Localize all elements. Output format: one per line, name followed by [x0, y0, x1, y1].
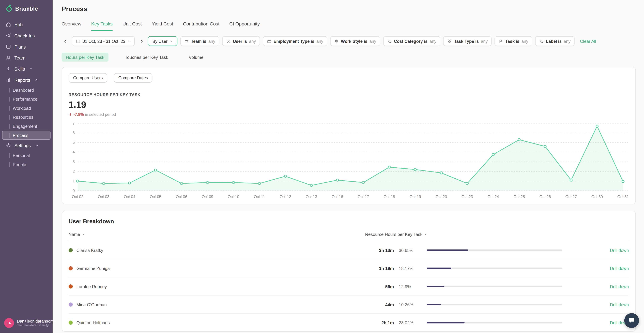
sidebar-item-label: Hub — [14, 22, 22, 27]
sidebar-subitem-workload[interactable]: Workload — [2, 104, 50, 113]
svg-text:5: 5 — [72, 140, 75, 145]
table-row-clarisa-kratky: Clarisa Kratky2h 13m30.65%Drill down — [68, 241, 629, 259]
sidebar-subitem-resources[interactable]: Resources — [2, 113, 50, 122]
metric-subtabs: Hours per Key TaskTouches per Key TaskVo… — [62, 53, 636, 62]
sidebar-item-settings[interactable]: Settings — [0, 140, 52, 151]
filter-chip-employment-type-is[interactable]: Employment Type isany — [263, 36, 328, 46]
svg-text:Oct 17: Oct 17 — [358, 195, 369, 199]
svg-text:Oct 19: Oct 19 — [410, 195, 421, 199]
filter-chip-user-is[interactable]: User isany — [222, 36, 260, 46]
drill-down-link[interactable]: Drill down — [567, 266, 629, 271]
tree-guide — [10, 162, 10, 167]
svg-text:Oct 23: Oct 23 — [462, 195, 473, 199]
svg-text:0: 0 — [72, 188, 75, 193]
svg-text:Oct 13: Oct 13 — [306, 195, 317, 199]
sidebar-item-skills[interactable]: Skills — [0, 63, 52, 74]
people-icon — [184, 39, 189, 43]
sidebar-item-label: Check-Ins — [14, 33, 35, 38]
tree-guide — [10, 106, 10, 110]
svg-text:Oct 20: Oct 20 — [436, 195, 447, 199]
resource-hours-value: 44m — [365, 302, 394, 307]
filter-chip-team-is[interactable]: Team isany — [180, 36, 220, 46]
user-name: Clarisa Kratky — [76, 248, 103, 253]
resource-hours-value: 1h 19m — [365, 266, 394, 271]
table-row-germaine-zuniga: Germaine Zuniga1h 19m18.17%Drill down — [68, 259, 629, 277]
tab-overview[interactable]: Overview — [62, 22, 82, 31]
sidebar-subitem-process[interactable]: Process — [2, 131, 50, 140]
chart-card: Compare Users Compare Dates RESOURCE HOU… — [62, 67, 636, 204]
chevron-down-icon — [170, 40, 173, 43]
delta-suffix: in selected period — [85, 112, 116, 117]
tab-contribution-cost[interactable]: Contribution Cost — [183, 22, 220, 31]
compare-users-button[interactable]: Compare Users — [68, 73, 107, 83]
subtab-hours-per-key-task[interactable]: Hours per Key Task — [62, 53, 108, 62]
svg-text:1: 1 — [72, 179, 75, 183]
table-row-mina-o-gorman: Mina O'Gorman44m10.26%Drill down — [68, 295, 629, 313]
sidebar-item-check-ins[interactable]: Check-Ins — [0, 30, 52, 41]
drill-down-link[interactable]: Drill down — [567, 302, 629, 307]
drill-down-link[interactable]: Drill down — [567, 248, 629, 253]
tab-unit-cost[interactable]: Unit Cost — [122, 22, 142, 31]
tree-guide — [10, 97, 10, 101]
sidebar-item-team[interactable]: Team — [0, 52, 52, 63]
sidebar-subitem-dashboard[interactable]: Dashboard — [2, 86, 50, 95]
filter-chip-task-type-is[interactable]: Task Type isany — [443, 36, 492, 46]
sidebar: Bramble HubCheck-InsPlansTeamSkillsRepor… — [0, 0, 52, 333]
svg-text:7: 7 — [72, 121, 75, 125]
sidebar-subitem-engagement[interactable]: Engagement — [2, 122, 50, 131]
metric-delta: -7.8% in selected period — [68, 112, 629, 117]
sidebar-subitem-personal[interactable]: Personal — [2, 151, 50, 160]
sidebar-subitem-people[interactable]: People — [2, 160, 50, 169]
sort-by-name[interactable]: Name — [68, 232, 360, 237]
user-profile[interactable]: LR Dan+leonidaransome dan+leonidaransome… — [0, 314, 52, 333]
filter-chip-work-style-is[interactable]: Work Style isany — [330, 36, 380, 46]
subtab-volume[interactable]: Volume — [185, 53, 208, 62]
user-name: Dan+leonidaransome — [17, 319, 48, 323]
user-name: Germaine Zuniga — [76, 266, 110, 271]
filter-chip-label-is[interactable]: Label isany — [535, 36, 574, 46]
percent-bar — [427, 303, 562, 305]
sidebar-item-plans[interactable]: Plans — [0, 41, 52, 52]
svg-text:Oct 27: Oct 27 — [565, 195, 577, 199]
resource-hours-value: 56m — [365, 284, 394, 289]
metric-title: RESOURCE HOURS PER KEY TASK — [68, 92, 629, 97]
compare-dates-button[interactable]: Compare Dates — [114, 73, 152, 83]
tab-yield-cost[interactable]: Yield Cost — [152, 22, 173, 31]
sidebar-item-reports[interactable]: Reports — [0, 74, 52, 86]
logo[interactable]: Bramble — [0, 0, 52, 17]
svg-text:Oct 25: Oct 25 — [514, 195, 525, 199]
pin-icon — [334, 39, 339, 43]
sidebar-item-hub[interactable]: Hub — [0, 19, 52, 30]
date-range-picker[interactable]: 01 Oct, 23 - 31 Oct, 23 — [72, 36, 135, 46]
clear-all-link[interactable]: Clear All — [580, 39, 596, 44]
chevron-left-icon — [63, 39, 68, 43]
subtab-touches-per-key-task[interactable]: Touches per Key Task — [121, 53, 172, 62]
send-icon — [6, 33, 11, 38]
scale-wrap: Bramble HubCheck-InsPlansTeamSkillsRepor… — [0, 0, 644, 333]
tree-guide — [10, 115, 10, 119]
percent-bar-fill — [427, 267, 452, 269]
chevron-right-icon — [139, 39, 144, 43]
svg-text:Oct 12: Oct 12 — [280, 195, 291, 199]
svg-text:Oct 04: Oct 04 — [124, 195, 135, 199]
date-next-button[interactable] — [138, 37, 145, 46]
plans-icon — [6, 44, 11, 49]
svg-text:Oct 30: Oct 30 — [591, 195, 603, 199]
tab-key-tasks[interactable]: Key Tasks — [91, 22, 112, 31]
sidebar-subitem-performance[interactable]: Performance — [2, 95, 50, 104]
chat-launcher-button[interactable] — [624, 313, 639, 328]
app: Bramble HubCheck-InsPlansTeamSkillsRepor… — [0, 0, 644, 333]
filter-chip-task-is[interactable]: Task isany — [495, 36, 532, 46]
drill-down-link[interactable]: Drill down — [567, 284, 629, 289]
flag-icon — [499, 39, 503, 43]
svg-text:4: 4 — [72, 150, 75, 154]
label-icon — [539, 39, 544, 43]
drill-down-link[interactable]: Drill down — [567, 320, 629, 325]
date-prev-button[interactable] — [62, 37, 69, 46]
avatar: LR — [4, 318, 14, 328]
sort-by-metric[interactable]: Resource Hours per Key Task — [365, 232, 427, 237]
filter-bar: 01 Oct, 23 - 31 Oct, 23By UserTeam isany… — [62, 36, 636, 46]
tab-ci-opportunity[interactable]: CI Opportunity — [229, 22, 260, 31]
group-by-dropdown[interactable]: By User — [148, 36, 178, 46]
filter-chip-cost-category-is[interactable]: Cost Category isany — [383, 36, 440, 46]
